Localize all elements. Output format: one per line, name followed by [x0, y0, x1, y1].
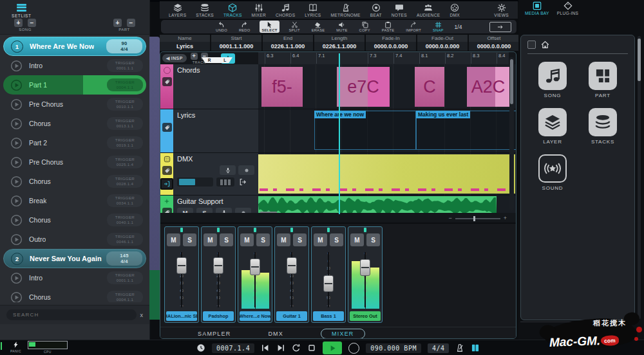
- chords-track-content[interactable]: f5- e7C C A2C: [258, 64, 516, 109]
- tag-icon-box[interactable]: [162, 166, 172, 175]
- guitar-track-header[interactable]: Guitar Support M S: [173, 196, 258, 213]
- browser-tile[interactable]: SONG: [527, 57, 578, 103]
- add-song-button[interactable]: +: [14, 19, 23, 27]
- edit-tool[interactable]: SPLIT: [287, 21, 302, 33]
- chords-track-name[interactable]: Chords: [177, 66, 254, 74]
- edit-tool[interactable]: UNDO: [214, 21, 229, 33]
- channel-name[interactable]: HALion...nic SE: [166, 311, 197, 321]
- play-icon[interactable]: [10, 272, 23, 284]
- setlist-item[interactable]: Break TRIGGER 0034.1.1: [3, 191, 146, 210]
- setlist-item[interactable]: Chorus TRIGGER 0028.1.4: [3, 172, 146, 191]
- inspector-button[interactable]: ◀ INSP: [162, 54, 187, 62]
- info-field-value[interactable]: 0000.0.0.000: [417, 42, 468, 51]
- bpm-display[interactable]: 090.000 BPM: [366, 343, 421, 353]
- tag-icon-box[interactable]: [162, 123, 172, 132]
- play-icon[interactable]: 2: [11, 253, 23, 265]
- toolbar-tab[interactable]: LAYERS: [169, 3, 186, 17]
- remove-part-button[interactable]: −: [127, 19, 135, 27]
- lyrics-track-content[interactable]: Where are we now Making us ever last: [258, 109, 516, 152]
- snap-value[interactable]: 1/4: [455, 24, 462, 30]
- edit-tool[interactable]: COPY: [357, 21, 372, 33]
- edit-tool[interactable]: REDO: [237, 21, 252, 33]
- edit-tool[interactable]: SNAP: [431, 21, 446, 33]
- local-toggle[interactable]: [574, 325, 592, 335]
- info-field[interactable]: End 0226.1.1.000: [263, 35, 314, 51]
- channel-solo-button[interactable]: S: [293, 233, 307, 246]
- channel-solo-button[interactable]: S: [330, 233, 343, 246]
- toolbar-tab[interactable]: LYRICS: [305, 3, 321, 17]
- info-field[interactable]: Offset 0000.0.0.000: [469, 35, 520, 51]
- panic-button[interactable]: PANIC: [10, 341, 21, 354]
- zoom-out-button[interactable]: −: [448, 215, 451, 221]
- play-icon[interactable]: [10, 195, 23, 207]
- scrollbar-handle[interactable]: [510, 59, 513, 104]
- lyrics-track-name[interactable]: Lyrics: [177, 111, 254, 119]
- setlist-item[interactable]: Intro TRIGGER 0001.1.1: [3, 56, 146, 75]
- play-icon[interactable]: [10, 156, 23, 168]
- play-icon[interactable]: [10, 214, 23, 226]
- setlist-item[interactable]: 2 Never Saw You Again 145 4/4: [3, 249, 146, 268]
- lyrics-track-header[interactable]: Lyrics: [173, 109, 258, 152]
- right-toolbar-tab[interactable]: MEDIA BAY: [525, 1, 549, 15]
- info-field[interactable]: Fade-Out 0000.0.0.000: [417, 35, 469, 51]
- play-icon[interactable]: 1: [11, 41, 23, 53]
- setlist-item[interactable]: Outro TRIGGER 0046.1.1: [3, 230, 146, 249]
- setlist-item[interactable]: Chorus TRIGGER 0004.1.1: [3, 287, 146, 302]
- solo-button[interactable]: S: [196, 208, 213, 213]
- search-field[interactable]: [6, 309, 137, 320]
- toolbar-tab[interactable]: BEAT: [370, 3, 382, 17]
- chord-event[interactable]: e7C: [337, 67, 390, 107]
- fader-cap[interactable]: [176, 257, 187, 274]
- mute-button[interactable]: M: [177, 208, 193, 213]
- play-icon[interactable]: [10, 79, 23, 91]
- stop-button[interactable]: [307, 343, 316, 352]
- lyric-event[interactable]: Where are we now: [314, 111, 416, 150]
- record-enable-button[interactable]: [238, 165, 254, 175]
- info-field[interactable]: Name Lyrics: [160, 35, 211, 51]
- fader-cap[interactable]: [250, 259, 260, 275]
- channel-mute-button[interactable]: M: [314, 233, 327, 246]
- info-field-value[interactable]: Lyrics: [160, 42, 210, 51]
- chord-event[interactable]: f5-: [261, 67, 303, 107]
- zoom-in-button[interactable]: +: [504, 215, 507, 221]
- locator-marker[interactable]: R L: [202, 57, 232, 63]
- toolbar-tab[interactable]: DMX: [450, 3, 460, 17]
- play-button[interactable]: [323, 341, 342, 354]
- chord-event[interactable]: A2C: [467, 67, 509, 107]
- lyrics-view-button[interactable]: [471, 343, 480, 352]
- toolbar-tab[interactable]: NOTES: [392, 3, 407, 17]
- browser-tile-icon-box[interactable]: [538, 62, 567, 90]
- time-signature[interactable]: 4/4: [428, 343, 450, 353]
- channel-name[interactable]: Where...e Now: [240, 311, 270, 321]
- dmx-track-header[interactable]: DMX: [173, 153, 258, 195]
- home-icon[interactable]: [541, 41, 549, 49]
- output-routing-icon[interactable]: [238, 178, 248, 187]
- info-field[interactable]: Length 0226.1.1.000: [314, 35, 366, 51]
- play-icon[interactable]: [10, 98, 23, 111]
- channel-name[interactable]: Guitar 1: [276, 311, 307, 321]
- search-close-button[interactable]: x: [140, 312, 144, 318]
- fader-area[interactable]: 60 1020 3040 50-∞: [350, 251, 381, 309]
- channel-solo-button[interactable]: S: [220, 233, 233, 246]
- setlist-item[interactable]: Chorus TRIGGER 0013.1.1: [3, 114, 146, 133]
- channel-name[interactable]: Padshop: [203, 311, 234, 321]
- add-track-button[interactable]: +: [191, 53, 198, 60]
- info-field-value[interactable]: 0001.1.1.000: [211, 42, 261, 51]
- setlist-button[interactable]: SETLIST: [12, 3, 32, 18]
- lower-zone-tab[interactable]: DMX: [268, 331, 283, 337]
- browser-tile-icon-box[interactable]: [538, 108, 567, 136]
- dmx-track-content[interactable]: [258, 153, 516, 195]
- fader-area[interactable]: 60 1020 3040 50-∞: [240, 251, 270, 309]
- search-input[interactable]: [12, 311, 131, 318]
- fader-area[interactable]: 60 1020 3040 50-∞: [276, 251, 307, 309]
- fader-cap[interactable]: [323, 275, 334, 292]
- play-icon[interactable]: [10, 291, 23, 303]
- tag-icon-box[interactable]: [162, 77, 172, 86]
- volume-slider[interactable]: [177, 178, 213, 187]
- cycle-button[interactable]: [292, 343, 301, 352]
- fader-area[interactable]: 60 1020 3040 50-∞: [203, 251, 234, 309]
- info-field-value[interactable]: 0226.1.1.000: [314, 42, 365, 51]
- channel-name[interactable]: Bass 1: [313, 311, 344, 321]
- timeline-ruler[interactable]: 6.36.47.17.37.48.18.28.38.4: [258, 52, 509, 65]
- monitor-button[interactable]: [216, 208, 232, 213]
